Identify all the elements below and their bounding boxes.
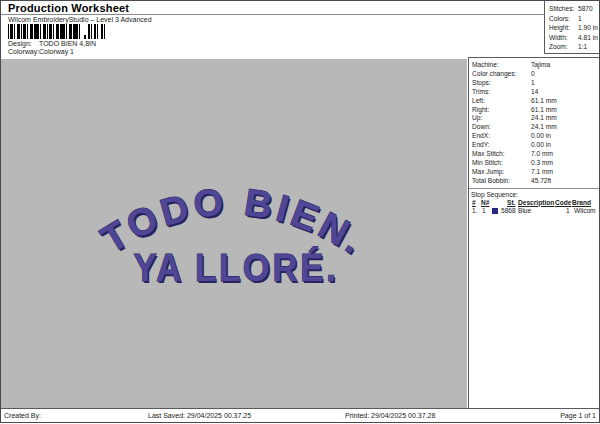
machine-info-panel: Machine:Tajima Color changes:0 Stops:1 T… bbox=[468, 57, 599, 408]
created-by-label: Created By: bbox=[4, 412, 41, 419]
printed-label: Printed: 29/04/2025 00.37.28 bbox=[345, 412, 435, 419]
machine-row-trims: Trims:14 bbox=[472, 88, 599, 97]
cell-brand: Wilcom bbox=[574, 207, 596, 214]
summary-colors: Colors:1 bbox=[549, 14, 599, 24]
cell-code: 1 bbox=[566, 207, 570, 214]
colorway-row: Colorway:Colorway 1 bbox=[8, 48, 74, 55]
stop-sequence-title: Stop Sequence: bbox=[471, 191, 599, 199]
machine-row-stops: Stops:1 bbox=[472, 79, 599, 88]
barcode-separator bbox=[84, 35, 86, 39]
page-number-label: Page 1 of 1 bbox=[560, 412, 596, 419]
machine-row-down: Down:24.1 mm bbox=[472, 123, 599, 132]
design-name-row: Design:TODO BIEN 4,8IN bbox=[8, 40, 96, 47]
machine-row-machine: Machine:Tajima bbox=[472, 61, 599, 70]
page-title: Production Worksheet bbox=[8, 2, 129, 14]
summary-zoom: Zoom:1:1 bbox=[549, 42, 599, 52]
machine-row-right: Right:61.1 mm bbox=[472, 106, 599, 115]
cell-thread-number: 5868 bbox=[501, 207, 516, 214]
col-header-description: Description bbox=[518, 199, 554, 206]
col-header-code: Code bbox=[555, 199, 571, 206]
machine-row-endy: EndY:0.00 in bbox=[472, 141, 599, 150]
machine-row-maxstitch: Max Stitch:7.0 mm bbox=[472, 150, 599, 159]
machine-stats-list: Machine:Tajima Color changes:0 Stops:1 T… bbox=[469, 58, 599, 186]
machine-row-maxjump: Max Jump:7.1 mm bbox=[472, 168, 599, 177]
title-divider bbox=[1, 14, 544, 15]
stop-sequence-header-row: # N# St. Description Code Brand bbox=[471, 199, 599, 208]
summary-width: Width:4.81 in bbox=[549, 33, 599, 43]
summary-stitches: Stitches:5870 bbox=[549, 4, 599, 14]
cell-num: 1. bbox=[472, 207, 478, 214]
barcode-bars-left bbox=[8, 24, 82, 39]
machine-row-minstitch: Min Stitch:0.3 mm bbox=[472, 159, 599, 168]
production-worksheet-page: Production Worksheet Wilcom EmbroiderySt… bbox=[0, 0, 600, 423]
design-summary-box: Stitches:5870 Colors:1 Height:1.90 in Wi… bbox=[544, 1, 599, 54]
colorway-label: Colorway: bbox=[8, 48, 39, 55]
summary-height: Height:1.90 in bbox=[549, 23, 599, 33]
design-canvas: TODO BIEN. TODO BIEN. YA LLORÉ. YA LLORÉ… bbox=[1, 59, 467, 408]
software-subtitle: Wilcom EmbroideryStudio – Level 3 Advanc… bbox=[8, 16, 152, 23]
col-header-n: N# bbox=[481, 199, 489, 206]
design-value: TODO BIEN 4,8IN bbox=[39, 40, 96, 47]
col-header-brand: Brand bbox=[572, 199, 591, 206]
machine-row-totalbobbin: Total Bobbin:45.72ft bbox=[472, 177, 599, 186]
design-barcode bbox=[8, 24, 106, 39]
machine-row-left: Left:61.1 mm bbox=[472, 97, 599, 106]
design-label: Design: bbox=[8, 40, 39, 47]
cell-n: 1 bbox=[482, 207, 486, 214]
machine-row-colorchanges: Color changes:0 bbox=[472, 70, 599, 79]
machine-row-up: Up:24.1 mm bbox=[472, 114, 599, 123]
stop-sequence-section: Stop Sequence: # N# St. Description Code… bbox=[469, 189, 599, 216]
stop-sequence-row: 1. 1 5868 Blue 1 Wilcom bbox=[471, 207, 599, 216]
last-saved-label: Last Saved: 29/04/2025 00.37.25 bbox=[148, 412, 251, 419]
footer-bar: Created By: Last Saved: 29/04/2025 00.37… bbox=[1, 408, 599, 422]
embroidery-design: TODO BIEN. TODO BIEN. YA LLORÉ. YA LLORÉ… bbox=[1, 59, 467, 408]
col-header-st: St. bbox=[507, 199, 515, 206]
machine-row-endx: EndX:0.00 in bbox=[472, 132, 599, 141]
thread-color-swatch bbox=[492, 208, 498, 215]
design-line2-text: YA LLORÉ. bbox=[134, 246, 339, 289]
cell-description: Blue bbox=[518, 207, 531, 214]
col-header-num: # bbox=[472, 199, 476, 206]
barcode-bars-right bbox=[88, 24, 106, 39]
colorway-value: Colorway 1 bbox=[39, 48, 74, 55]
